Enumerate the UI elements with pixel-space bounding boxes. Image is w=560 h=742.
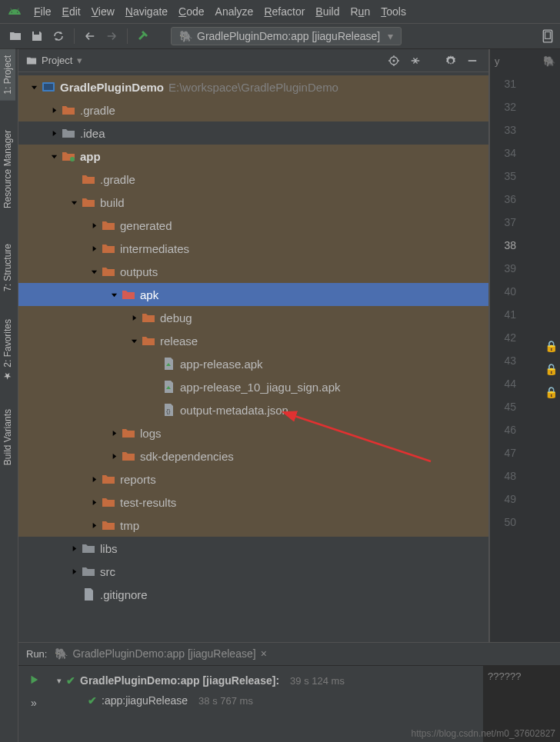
line-number: 43 (490, 349, 516, 372)
tree-item-label: debug (160, 311, 192, 324)
tree-item[interactable]: .gradle (18, 98, 488, 121)
tab-favorites[interactable]: ★ 2: Favorites (0, 313, 15, 388)
svg-marker-11 (71, 201, 76, 205)
forward-icon[interactable] (102, 27, 121, 45)
tree-item[interactable]: apk (18, 283, 488, 306)
tree-arrow-icon[interactable] (89, 476, 98, 483)
tree-arrow-icon[interactable] (89, 222, 98, 229)
svg-marker-19 (112, 430, 116, 435)
tree-arrow-icon[interactable] (89, 245, 98, 252)
menu-file[interactable]: File (34, 5, 52, 18)
tree-item[interactable]: tmp (18, 514, 488, 537)
tree-item[interactable]: sdk-dependencies (18, 444, 488, 467)
menu-tools[interactable]: Tools (381, 5, 406, 18)
tree-item[interactable]: test-results (18, 491, 488, 514)
tree-arrow-icon[interactable] (29, 84, 38, 91)
tab-build-variants[interactable]: Build Variants (0, 403, 15, 471)
collapse-icon[interactable] (407, 52, 424, 69)
tree-item[interactable]: {}output-metadata.json (18, 398, 488, 421)
gear-icon[interactable] (442, 52, 459, 69)
menu-refactor[interactable]: Refactor (264, 5, 305, 18)
folder-orange-icon (122, 289, 135, 300)
back-icon[interactable] (81, 27, 99, 45)
editor-tab-y[interactable]: y (495, 55, 500, 67)
tree-arrow-icon[interactable] (69, 199, 78, 206)
tree-arrow-icon[interactable] (89, 268, 98, 275)
tree-arrow-icon[interactable] (129, 314, 138, 321)
tree-item[interactable]: .gitignore (18, 583, 488, 606)
menu-navigate[interactable]: Navigate (125, 5, 168, 18)
device-icon[interactable] (538, 27, 557, 45)
svg-rect-6 (44, 84, 53, 90)
tree-arrow-icon[interactable] (129, 338, 138, 344)
tree-arrow-icon[interactable] (89, 522, 98, 529)
tree-item[interactable]: app (18, 145, 488, 168)
menu-analyze[interactable]: Analyze (215, 5, 254, 18)
tree-arrow-icon[interactable] (49, 107, 58, 114)
tree-item[interactable]: logs (18, 421, 488, 444)
run-config-selector[interactable]: 🐘 GradlePluginDemo:app [jiaguRelease] ▾ (171, 27, 402, 45)
svg-marker-24 (72, 545, 76, 551)
menu-edit[interactable]: Edit (62, 5, 81, 18)
folder-orange-icon (102, 520, 115, 531)
menu-code[interactable]: Code (178, 5, 204, 18)
menu-run[interactable]: Run (350, 5, 370, 18)
hammer-icon[interactable] (134, 27, 152, 45)
svg-marker-25 (72, 568, 76, 574)
tree-arrow-icon[interactable] (49, 130, 58, 137)
run-config-label: GradlePluginDemo:app [jiaguRelease] (197, 30, 380, 42)
tree-item[interactable]: intermediates (18, 237, 488, 260)
tree-item[interactable]: build (18, 191, 488, 214)
tree-item-label: app-release.apk (180, 358, 263, 371)
svg-marker-7 (52, 107, 56, 112)
menu-view[interactable]: View (92, 5, 115, 18)
svg-point-10 (70, 157, 75, 161)
tree-arrow-icon[interactable] (69, 545, 78, 552)
close-icon[interactable]: × (261, 647, 267, 660)
tree-item[interactable]: reports (18, 467, 488, 491)
folder-orange-icon (122, 451, 135, 461)
tree-item[interactable]: debug (18, 306, 488, 329)
line-number: 44 (490, 372, 516, 395)
tree-arrow-icon[interactable] (89, 499, 98, 506)
tree-item[interactable]: GradlePluginDemoE:\workspace\GradlePlugi… (18, 75, 488, 98)
line-number: 38 (490, 234, 516, 257)
minimize-icon[interactable] (464, 52, 481, 69)
tree-item[interactable]: release (18, 329, 488, 352)
open-icon[interactable] (6, 27, 25, 45)
tree-item[interactable]: libs (18, 537, 488, 560)
project-view-selector[interactable]: Project ▾ (26, 55, 82, 66)
task-row[interactable]: ✔ :app:jiaguRelease 38 s 767 ms (57, 690, 475, 710)
run-panel: Run: 🐘 GradlePluginDemo:app [jiaguReleas… (18, 642, 560, 742)
tree-item-label: build (100, 196, 125, 209)
tree-item[interactable]: generated (18, 214, 488, 237)
task-row[interactable]: ▾ ✔ GradlePluginDemo:app [jiaguRelease]:… (57, 670, 475, 690)
sync-icon[interactable] (49, 27, 68, 45)
tree-item[interactable]: .gradle (18, 168, 488, 191)
tab-resource-manager[interactable]: Resource Manager (0, 124, 15, 215)
tree-arrow-icon[interactable] (109, 291, 118, 298)
tree-item-label: src (100, 565, 115, 578)
tree-item-label: .gradle (80, 104, 115, 117)
rerun-icon[interactable] (25, 670, 43, 689)
tab-project[interactable]: 1: Project (0, 49, 15, 101)
module-icon (42, 82, 55, 92)
svg-text:{}: {} (166, 408, 171, 414)
line-number: 34 (490, 141, 516, 165)
tree-arrow-icon[interactable] (49, 153, 58, 160)
save-icon[interactable] (28, 27, 46, 45)
expand-icon[interactable]: » (25, 694, 43, 712)
tab-structure[interactable]: 7: Structure (0, 238, 15, 298)
tree-arrow-icon[interactable] (109, 453, 118, 460)
menu-build[interactable]: Build (315, 5, 339, 18)
tree-item[interactable]: app-release_10_jiagu_sign.apk (18, 375, 488, 398)
tree-arrow-icon[interactable] (109, 430, 118, 437)
tree-item[interactable]: src (18, 560, 488, 583)
locate-icon[interactable] (385, 52, 402, 69)
run-tab[interactable]: 🐘 GradlePluginDemo:app [jiaguRelease] × (55, 644, 266, 664)
tree-item[interactable]: outputs (18, 260, 488, 283)
tree-item[interactable]: app-release.apk (18, 352, 488, 375)
run-label: Run: (26, 648, 47, 660)
tree-arrow-icon[interactable] (69, 568, 78, 575)
tree-item[interactable]: .idea (18, 121, 488, 145)
